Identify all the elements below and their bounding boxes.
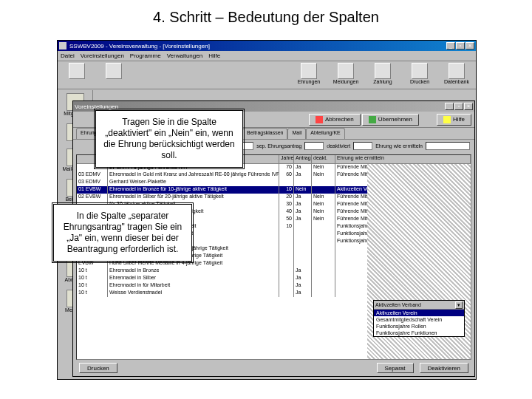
table-cell: [294, 260, 312, 267]
drucken-button[interactable]: Drucken: [79, 363, 117, 373]
table-cell: 40: [279, 208, 294, 216]
tab-beitragsklassen[interactable]: Beitragsklassen: [242, 128, 287, 139]
table-cell: 10 t: [77, 290, 108, 297]
dropdown-option-0[interactable]: Aktivzeiten Verein: [374, 310, 464, 316]
col-jahre[interactable]: Jahre: [279, 155, 294, 164]
table-cell: 01 EVBW: [77, 186, 108, 194]
toolbar-btn-1[interactable]: [98, 63, 130, 79]
table-cell: [312, 179, 335, 186]
table-cell: Nein: [312, 194, 335, 201]
deaktivieren-button[interactable]: Deaktivieren: [420, 363, 468, 373]
table-cell: Nein: [294, 186, 312, 194]
table-cell: Ja: [294, 164, 312, 171]
table-cell: [294, 231, 312, 238]
table-cell: 10 t: [77, 282, 108, 290]
col-wer[interactable]: Ehrung wie ermitteln: [335, 155, 471, 164]
filter-deakt-input[interactable]: [353, 142, 372, 150]
filter-wer-input[interactable]: [426, 142, 470, 150]
filter-deakt-label: deaktiviert: [327, 143, 350, 149]
separat-button[interactable]: Separat: [377, 363, 414, 373]
table-cell: [279, 245, 294, 253]
table-cell: Nein: [312, 216, 335, 223]
table-cell: Ehrennadel in Bronze für 10-jährige akti…: [108, 186, 279, 194]
table-cell: [312, 253, 335, 260]
table-cell: [279, 282, 294, 290]
menu-voreinstellungen[interactable]: Voreinstellungen: [81, 52, 124, 59]
col-deaktiviert[interactable]: deakt.: [312, 155, 335, 164]
table-cell: Ja: [294, 194, 312, 201]
table-cell: Ehrennadel in Bronze: [108, 267, 279, 275]
table-cell: Ehrennadel in Silber für 20-jährige akti…: [108, 194, 279, 201]
subwindow-title: Voreinstellungen: [75, 103, 445, 110]
table-cell: Nein: [312, 171, 335, 179]
toolbar-btn-datenbank[interactable]: Datenbank: [440, 63, 473, 84]
help-icon: [443, 116, 451, 123]
callout-separater-antrag: In die Spalte „separater Ehrungsantrag" …: [53, 204, 192, 262]
table-cell: Nein: [312, 164, 335, 171]
table-cell: Ja: [294, 216, 312, 223]
table-cell: Ja: [294, 282, 312, 290]
menubar: Datei Voreinstellungen Programme Verwalt…: [58, 51, 476, 61]
menu-hilfe[interactable]: Hilfe: [208, 52, 220, 59]
table-cell: Ja: [294, 275, 312, 282]
table-cell: 10: [279, 223, 294, 231]
table-cell: [312, 267, 335, 275]
table-cell: 02 EVBW: [77, 194, 108, 201]
toolbar-btn-meldungen[interactable]: Meldungen: [330, 63, 362, 84]
table-cell: Weisse Verdienstnadel: [108, 290, 279, 297]
abbrechen-button[interactable]: Abbrechen: [309, 114, 361, 126]
menu-verwaltungen[interactable]: Verwaltungen: [167, 52, 202, 59]
col-antrag[interactable]: Antrag: [294, 155, 312, 164]
toolbar-btn-zahlung[interactable]: Zahlung: [366, 63, 399, 84]
table-cell: [312, 231, 335, 238]
chevron-down-icon[interactable]: ▾: [455, 301, 463, 309]
tab-abteilung[interactable]: Abteilung/KE: [306, 128, 344, 139]
table-cell: Ja: [294, 201, 312, 208]
callout-deaktiviert: Tragen Sie in die Spalte „deaktiviert" e…: [95, 110, 243, 168]
table-cell: [279, 275, 294, 282]
table-cell: 03 EDMV: [77, 171, 108, 179]
table-cell: [294, 179, 312, 186]
sub-maximize-button[interactable]: ▫: [454, 103, 463, 110]
close-button[interactable]: ×: [466, 42, 474, 50]
table-cell: 30: [279, 201, 294, 208]
ehrung-ermitteln-dropdown: Aktivzeiten Verband ▾ Aktivzeiten Verein…: [373, 300, 465, 337]
table-cell: Nein: [312, 201, 335, 208]
tab-mail[interactable]: Mail: [287, 128, 306, 139]
toolbar-btn-0[interactable]: [61, 63, 93, 79]
toolbar-btn-drucken[interactable]: Drucken: [403, 63, 436, 84]
uebernehmen-button[interactable]: Übernehmen: [362, 114, 419, 126]
menu-programme[interactable]: Programme: [130, 52, 161, 59]
sub-close-button[interactable]: ×: [464, 103, 473, 110]
dropdown-option-2[interactable]: Funktionsjahre Rollen: [374, 323, 464, 330]
maximize-button[interactable]: ▫: [456, 42, 465, 50]
table-cell: [312, 282, 335, 290]
filter-antrag-label: sep. Ehrungsantrag: [256, 143, 301, 149]
table-cell: [279, 179, 294, 186]
slide-title: 4. Schritt – Bedeutung der Spalten: [0, 0, 532, 32]
dropdown-header[interactable]: Aktivzeiten Verband ▾: [374, 301, 464, 310]
table-cell: [312, 223, 335, 231]
hilfe-button[interactable]: Hilfe: [437, 114, 471, 126]
table-cell: Ja: [294, 171, 312, 179]
table-cell: 20: [279, 194, 294, 201]
sub-minimize-button[interactable]: _: [445, 103, 454, 110]
minimize-button[interactable]: _: [446, 42, 455, 50]
table-cell: [312, 245, 335, 253]
table-cell: [294, 253, 312, 260]
table-cell: [294, 238, 312, 245]
table-cell: Gerhard Weiser-Plakette: [108, 179, 279, 186]
table-cell: Ja: [294, 290, 312, 297]
toolbar-btn-ehrungen[interactable]: Ehrungen: [293, 63, 325, 84]
table-cell: 10 t: [77, 267, 108, 275]
table-cell: 10 t: [77, 275, 108, 282]
dropdown-option-3[interactable]: Funktionsjahre Funktionen: [374, 330, 464, 336]
table-cell: [279, 238, 294, 245]
table-cell: Nein: [312, 208, 335, 216]
app-title: SSWBV2009 - Vereinsverwaltung - [Voreins…: [69, 43, 446, 50]
app-icon: [59, 42, 66, 50]
menu-datei[interactable]: Datei: [61, 52, 75, 59]
dropdown-option-1[interactable]: Gesamtmitgliedschaft Verein: [374, 316, 464, 323]
filter-antrag-input[interactable]: [304, 142, 324, 150]
app-titlebar: SSWBV2009 - Vereinsverwaltung - [Voreins…: [58, 41, 476, 51]
